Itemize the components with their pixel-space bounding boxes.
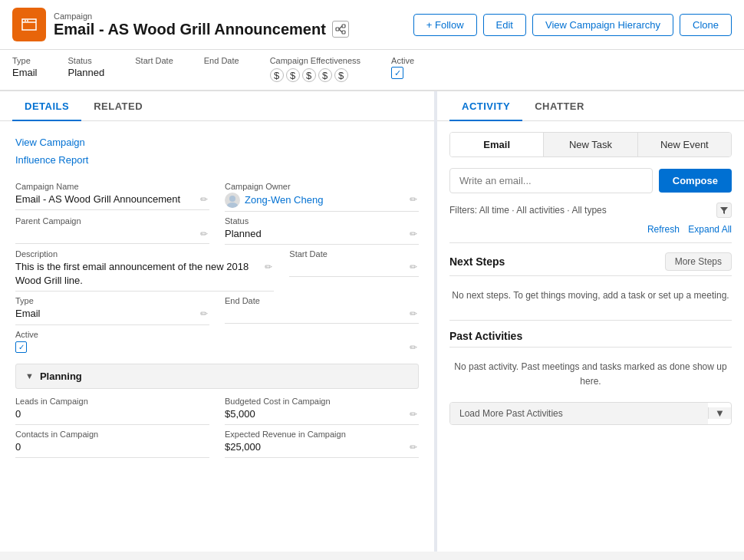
activity-subtabs: Email New Task New Event	[449, 132, 732, 157]
compose-button[interactable]: Compose	[659, 169, 732, 193]
clone-button[interactable]: Clone	[680, 14, 732, 36]
status-field-value: Planned	[225, 227, 419, 245]
status-label: Status	[68, 56, 105, 65]
active-edit-icon[interactable]: ✏	[410, 342, 417, 353]
svg-point-7	[229, 196, 235, 202]
campaign-name-edit-icon[interactable]: ✏	[200, 194, 208, 205]
owner-row: Zong-Wen Cheng	[225, 193, 419, 208]
edit-button[interactable]: Edit	[483, 14, 526, 36]
end-date-edit-icon[interactable]: ✏	[410, 308, 417, 319]
follow-button[interactable]: + Follow	[413, 14, 477, 36]
field-start-date: Start Date ✏	[289, 249, 419, 292]
meta-type: Type Email	[12, 56, 38, 82]
campaign-name-value: Email - AS Wood Grill Announcement	[15, 193, 209, 210]
svg-point-0	[25, 20, 26, 21]
owner-edit-icon[interactable]: ✏	[410, 194, 417, 205]
refresh-expand-row: Refresh Expand All	[449, 224, 732, 235]
expected-revenue-value: $25,000	[225, 440, 419, 458]
active-label: Active	[391, 56, 414, 65]
subtab-new-event[interactable]: New Event	[638, 133, 731, 156]
past-activities-empty-text: No past activity. Past meetings and task…	[449, 354, 732, 395]
header-left: Campaign Email - AS Wood Grill Announcem…	[12, 8, 349, 41]
leads-label: Leads in Campaign	[15, 397, 209, 406]
parent-campaign-edit-icon[interactable]: ✏	[200, 229, 208, 239]
effectiveness-stars: $ $ $ $ $	[270, 68, 360, 82]
start-date-field-value	[289, 260, 419, 277]
hierarchy-icon[interactable]	[332, 21, 349, 38]
view-links: View Campaign Influence Report	[15, 133, 419, 170]
details-body: View Campaign Influence Report Campaign …	[0, 121, 434, 475]
tab-chatter[interactable]: CHATTER	[522, 91, 597, 121]
status-edit-icon[interactable]: ✏	[410, 229, 417, 239]
tab-activity[interactable]: ACTIVITY	[449, 91, 522, 121]
owner-name[interactable]: Zong-Wen Cheng	[245, 193, 323, 207]
view-hierarchy-button[interactable]: View Campaign Hierarchy	[532, 14, 673, 36]
page-header: Campaign Email - AS Wood Grill Announcem…	[0, 0, 744, 50]
active-field-label: Active	[15, 330, 419, 339]
next-steps-header: Next Steps More Steps	[449, 248, 732, 276]
field-leads: Leads in Campaign 0	[15, 397, 209, 425]
right-panel-tabs: ACTIVITY CHATTER	[437, 91, 744, 121]
expand-all-link[interactable]: Expand All	[688, 224, 732, 235]
field-campaign-owner: Campaign Owner Zong-Wen Cheng	[225, 182, 419, 212]
load-more-row: Load More Past Activities ▼	[449, 402, 732, 425]
field-budgeted-cost: Budgeted Cost in Campaign $5,000 ✏	[225, 397, 419, 425]
main-content: DETAILS RELATED View Campaign Influence …	[0, 91, 744, 552]
subtab-new-task[interactable]: New Task	[544, 133, 637, 156]
more-steps-button[interactable]: More Steps	[665, 252, 732, 271]
end-date-field-label: End Date	[225, 296, 419, 305]
field-status: Status Planned ✏	[225, 216, 419, 245]
field-description: Description This is the first email anno…	[15, 249, 274, 292]
divider-2	[449, 320, 732, 321]
start-date-field-label: Start Date	[289, 249, 419, 259]
svg-rect-3	[342, 25, 345, 28]
left-panel: DETAILS RELATED View Campaign Influence …	[0, 91, 437, 552]
status-field-label: Status	[225, 216, 419, 226]
fields-row-contacts: Contacts in Campaign 0 Expected Revenue …	[15, 430, 419, 458]
subtab-email[interactable]: Email	[450, 133, 544, 156]
meta-active: Active ✓	[391, 56, 414, 82]
load-more-arrow-icon[interactable]: ▼	[708, 407, 731, 419]
description-value: This is the first email announcement of …	[15, 260, 274, 292]
svg-line-6	[339, 29, 342, 32]
start-date-edit-icon[interactable]: ✏	[410, 262, 417, 272]
type-value: Email	[12, 67, 38, 78]
tab-related[interactable]: RELATED	[81, 91, 155, 121]
meta-status: Status Planned	[68, 56, 105, 82]
svg-line-5	[339, 26, 342, 29]
filter-funnel-icon[interactable]	[716, 203, 732, 218]
fields-row-type: Type Email ✏ End Date ✏	[15, 296, 419, 324]
field-contacts: Contacts in Campaign 0	[15, 430, 209, 458]
right-panel: ACTIVITY CHATTER Email New Task New Even…	[437, 91, 744, 552]
header-actions: + Follow Edit View Campaign Hierarchy Cl…	[413, 14, 732, 36]
expected-revenue-edit-icon[interactable]: ✏	[410, 442, 417, 453]
star-3: $	[302, 68, 316, 82]
owner-avatar	[225, 193, 240, 208]
description-edit-icon[interactable]: ✏	[265, 262, 272, 272]
next-steps-label: Next Steps	[449, 255, 505, 268]
field-active: Active ✓ ✏	[15, 330, 419, 353]
fields-row-description: Description This is the first email anno…	[15, 249, 419, 292]
refresh-link[interactable]: Refresh	[647, 224, 680, 235]
past-activities-label: Past Activities	[449, 330, 522, 342]
compose-email-input[interactable]	[449, 168, 653, 193]
end-date-field-value	[225, 307, 419, 324]
field-expected-revenue: Expected Revenue in Campaign $25,000 ✏	[225, 430, 419, 458]
start-date-label: Start Date	[135, 56, 173, 65]
record-title: Email - AS Wood Grill Announcement	[54, 21, 349, 38]
type-edit-icon[interactable]: ✏	[200, 308, 208, 319]
load-more-button[interactable]: Load More Past Activities	[450, 403, 708, 424]
influence-report-link[interactable]: Influence Report	[15, 151, 419, 169]
campaign-icon	[12, 8, 46, 41]
star-5: $	[334, 68, 348, 82]
expected-revenue-label: Expected Revenue in Campaign	[225, 430, 419, 439]
planning-section-header[interactable]: ▼ Planning	[15, 364, 419, 389]
field-end-date: End Date ✏	[225, 296, 419, 324]
view-campaign-link[interactable]: View Campaign	[15, 133, 419, 151]
tab-details[interactable]: DETAILS	[12, 91, 81, 121]
planning-label: Planning	[40, 371, 82, 382]
fields-row-leads: Leads in Campaign 0 Budgeted Cost in Cam…	[15, 397, 419, 425]
budgeted-cost-edit-icon[interactable]: ✏	[410, 409, 417, 420]
compose-row: Compose	[449, 168, 732, 193]
star-1: $	[270, 68, 284, 82]
